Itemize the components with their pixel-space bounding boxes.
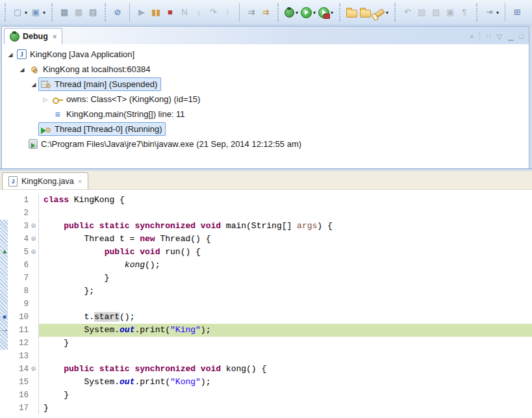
code-line[interactable]: ●10 t.start(); — [0, 311, 532, 324]
code-line[interactable]: 8 }; — [0, 285, 532, 298]
view-menu-button[interactable]: ▽ — [496, 33, 501, 40]
breakpoint-marker-icon[interactable]: ● — [0, 311, 9, 324]
tree-item[interactable]: ▷owns: Class<T> (KingKong) (id=15) — [2, 92, 529, 107]
new-wizard-dropdown-icon[interactable]: ▾ — [43, 10, 45, 16]
tree-item[interactable]: ◢JKingKong [Java Application] — [2, 47, 529, 62]
ruler-cell[interactable] — [0, 207, 9, 220]
close-icon[interactable]: × — [78, 177, 82, 185]
open-resource-button[interactable] — [359, 5, 372, 20]
code-line[interactable]: →11 System.out.print("King"); — [0, 324, 532, 337]
ruler-cell[interactable] — [0, 233, 9, 246]
code-line[interactable]: 15 System.out.print("Kong"); — [0, 376, 532, 389]
tree-expander-icon[interactable]: ◢ — [6, 51, 15, 58]
ruler-cell[interactable] — [0, 350, 9, 363]
print-button[interactable]: ▤ — [86, 5, 100, 20]
view-options-button[interactable]: ∷ — [486, 33, 490, 40]
minimize-button[interactable]: ▁ — [508, 33, 513, 40]
tab-debug[interactable]: Debug × — [4, 28, 62, 44]
save-icon: ▦ — [58, 7, 70, 18]
tree-expander-icon[interactable]: ◢ — [18, 66, 27, 73]
remove-all-terminated-button[interactable]: × — [470, 33, 474, 40]
code-text — [39, 298, 532, 311]
code-editor[interactable]: 1class KingKong {23⊖ public static synch… — [0, 190, 532, 418]
tree-item-content: ⚙KingKong at localhost:60384 — [27, 62, 155, 76]
fold-toggle-icon[interactable]: ⊖ — [29, 363, 39, 376]
code-line[interactable]: ▲5⊖ public void run() { — [0, 246, 532, 259]
fold-toggle-icon[interactable]: ⊖ — [29, 233, 39, 246]
code-line[interactable]: 14⊖ public static synchronized void kong… — [0, 363, 532, 376]
run-external-tool-dropdown-icon[interactable]: ▾ — [331, 10, 333, 16]
code-line[interactable]: 16 } — [0, 389, 532, 402]
new-wizard-button[interactable]: ▣▾ — [29, 5, 47, 20]
disconnect-button[interactable]: N — [177, 5, 192, 20]
ruler-cell[interactable]: ▲ — [0, 246, 9, 259]
search-button[interactable]: ▾ — [372, 5, 390, 20]
save-button[interactable]: ▦ — [57, 5, 71, 20]
use-step-filters-button[interactable]: ⇉ — [259, 5, 273, 20]
pin-editor-button[interactable]: ⇥▾ — [482, 5, 500, 20]
code-line[interactable]: 12 } — [0, 337, 532, 350]
ruler-cell[interactable] — [0, 337, 9, 350]
ruler-cell[interactable] — [0, 285, 9, 298]
step-over-button[interactable]: ↷ — [206, 5, 220, 20]
tree-item[interactable]: ◢Thread [main] (Suspended) — [2, 77, 529, 92]
code-line[interactable]: 13 — [0, 350, 532, 363]
close-icon[interactable]: × — [53, 33, 57, 40]
skip-all-breakpoints-button[interactable]: ⊘ — [110, 5, 125, 20]
ruler-cell[interactable] — [0, 298, 9, 311]
tree-expander-icon[interactable]: ▷ — [41, 96, 50, 103]
debug-dropdown-icon[interactable]: ▾ — [296, 10, 298, 16]
show-selected-element-button[interactable]: ▣ — [443, 5, 457, 20]
step-filters-button[interactable]: ⇉ — [244, 5, 259, 20]
code-text: } — [39, 389, 532, 402]
ruler-cell[interactable]: → — [0, 324, 9, 337]
tree-item[interactable]: C:\Program Files\Java\jre7\bin\javaw.exe… — [2, 137, 529, 151]
code-line[interactable]: 3⊖ public static synchronized void main(… — [0, 220, 532, 233]
tree-item[interactable]: Thread [Thread-0] (Running) — [2, 122, 529, 137]
fold-toggle-icon[interactable]: ⊖ — [29, 220, 39, 233]
open-type-button[interactable] — [345, 5, 359, 20]
debug-button[interactable]: ▾ — [283, 5, 299, 20]
tree-item[interactable]: ≡KingKong.main(String[]) line: 11 — [2, 107, 529, 122]
ruler-cell[interactable] — [0, 376, 9, 389]
new-dropdown-icon[interactable]: ▾ — [25, 10, 27, 16]
code-line[interactable]: 2 — [0, 207, 532, 220]
suspend-button[interactable]: ▮▮ — [149, 5, 163, 20]
search-dropdown-icon[interactable]: ▾ — [386, 10, 388, 16]
ruler-cell[interactable] — [0, 220, 9, 233]
format-button[interactable]: ▨ — [414, 5, 429, 20]
code-line[interactable]: 6 kong(); — [0, 259, 532, 272]
ruler-cell[interactable] — [0, 194, 9, 207]
code-line[interactable]: 4⊖ Thread t = new Thread() { — [0, 233, 532, 246]
run-dropdown-icon[interactable]: ▾ — [313, 10, 316, 16]
code-line[interactable]: 7 } — [0, 272, 532, 285]
ruler-cell[interactable] — [0, 259, 9, 272]
code-line[interactable]: 1class KingKong { — [0, 194, 532, 207]
run-external-tool-button[interactable]: ▾ — [317, 5, 335, 20]
terminate-button[interactable]: ■ — [163, 5, 177, 20]
ruler-cell[interactable] — [0, 363, 9, 376]
tree-item[interactable]: ◢⚙KingKong at localhost:60384 — [2, 62, 529, 77]
line-number: 15 — [9, 376, 29, 389]
tree-expander-icon[interactable]: ◢ — [29, 81, 38, 88]
maximize-button[interactable]: □ — [519, 33, 524, 40]
ruler-cell[interactable]: ● — [0, 311, 9, 324]
mark-occurrences-button[interactable]: ▧ — [429, 5, 443, 20]
last-edit-location-button[interactable]: ↶ — [400, 5, 414, 20]
fold-toggle-icon[interactable]: ⊖ — [29, 246, 39, 259]
ruler-cell[interactable] — [0, 402, 9, 415]
tab-kingkong-java[interactable]: J KingKong.java × — [2, 172, 88, 189]
save-all-button[interactable]: ▦ — [71, 5, 86, 20]
ruler-cell[interactable] — [0, 272, 9, 285]
pin-editor-dropdown-icon[interactable]: ▾ — [496, 10, 499, 16]
code-line[interactable]: 9 — [0, 298, 532, 311]
run-button[interactable]: ▾ — [299, 5, 317, 20]
resume-button[interactable]: ▶ — [134, 5, 149, 20]
open-perspective-button[interactable]: ⊞ — [510, 5, 524, 20]
show-whitespace-button[interactable]: ¶ — [457, 5, 472, 20]
new-button[interactable]: ▢▾ — [10, 5, 29, 20]
step-into-button[interactable]: ↓ — [192, 5, 206, 20]
code-line[interactable]: 17} — [0, 402, 532, 415]
step-return-button[interactable]: ↑ — [220, 5, 234, 20]
ruler-cell[interactable] — [0, 389, 9, 402]
